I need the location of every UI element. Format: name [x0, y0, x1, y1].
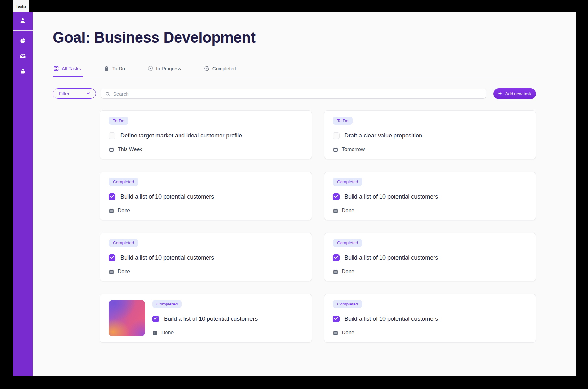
- tab-in-progress[interactable]: In Progress: [147, 64, 183, 77]
- task-checkbox[interactable]: [333, 132, 340, 139]
- task-due: Done: [342, 269, 354, 275]
- check-icon: [334, 316, 339, 322]
- task-card-body: CompletedBuild a list of 10 potential cu…: [109, 239, 303, 275]
- tab-completed[interactable]: Completed: [203, 64, 238, 77]
- calendar-icon: [152, 330, 158, 336]
- task-card[interactable]: CompletedBuild a list of 10 potential cu…: [100, 294, 312, 343]
- task-due-row: Tomorrow: [333, 147, 527, 152]
- filter-button[interactable]: Filter: [53, 88, 96, 99]
- task-due-row: Done: [333, 269, 527, 275]
- task-due: Done: [161, 330, 174, 336]
- task-due-row: Done: [333, 208, 527, 214]
- status-badge: To Do: [109, 117, 128, 125]
- chevron-down-icon: [86, 91, 91, 97]
- task-card[interactable]: To DoDefine target market and ideal cust…: [100, 110, 312, 159]
- search-box: [101, 89, 486, 99]
- task-title: Build a list of 10 potential customers: [164, 316, 258, 322]
- calendar-icon: [109, 147, 114, 152]
- task-checkbox[interactable]: [109, 132, 115, 139]
- tab-label: In Progress: [156, 66, 181, 71]
- task-due-row: Done: [333, 330, 527, 336]
- task-title-row: Build a list of 10 potential customers: [109, 254, 303, 261]
- page-title: Goal: Business Development: [53, 29, 256, 46]
- plus-icon: [498, 91, 502, 97]
- task-due: Tomorrow: [342, 147, 365, 152]
- filter-label: Filter: [59, 91, 69, 96]
- task-title: Build a list of 10 potential customers: [120, 193, 214, 200]
- calendar-icon: [333, 208, 338, 214]
- sidebar-item-pie-chart[interactable]: [19, 37, 27, 45]
- task-title: Build a list of 10 potential customers: [120, 254, 214, 261]
- toolbar: Filter Add new task: [53, 88, 536, 99]
- task-title-row: Build a list of 10 potential customers: [333, 316, 527, 322]
- sidebar: [13, 12, 33, 376]
- check-icon: [110, 255, 114, 261]
- task-title: Define target market and ideal customer …: [120, 132, 242, 139]
- task-checkbox[interactable]: [333, 316, 340, 322]
- tab-label: To Do: [112, 66, 125, 71]
- task-checkbox[interactable]: [109, 254, 115, 261]
- tab-all-tasks[interactable]: All Tasks: [53, 64, 83, 77]
- task-title-row: Build a list of 10 potential customers: [333, 254, 527, 261]
- task-checkbox[interactable]: [333, 193, 340, 200]
- task-title-row: Draft a clear value proposition: [333, 132, 527, 139]
- status-badge: Completed: [109, 178, 138, 186]
- sidebar-item-lock[interactable]: [19, 68, 27, 76]
- calendar-icon: [333, 330, 338, 336]
- task-due: Done: [342, 208, 354, 214]
- task-title: Build a list of 10 potential customers: [344, 193, 438, 200]
- browser-tab-label: Tasks: [16, 4, 26, 9]
- task-card[interactable]: To DoDraft a clear value propositionTomo…: [324, 110, 536, 159]
- add-new-task-button[interactable]: Add new task: [493, 88, 536, 99]
- main-content: Goal: Business Development All TasksTo D…: [33, 12, 576, 376]
- task-checkbox[interactable]: [152, 316, 159, 322]
- task-card[interactable]: CompletedBuild a list of 10 potential cu…: [100, 172, 312, 220]
- task-card-body: CompletedBuild a list of 10 potential cu…: [109, 178, 303, 214]
- pie-chart-icon: [20, 38, 26, 45]
- check-circle-icon: [204, 66, 209, 71]
- task-due-row: This Week: [109, 147, 303, 152]
- task-checkbox[interactable]: [333, 254, 340, 261]
- status-badge: Completed: [333, 178, 362, 186]
- tab-label: All Tasks: [62, 66, 81, 71]
- desktop-background: Tasks Goal: Business Development All Tas…: [0, 0, 588, 389]
- task-card-body: To DoDefine target market and ideal cust…: [109, 117, 303, 152]
- check-icon: [153, 316, 158, 322]
- sidebar-item-profile[interactable]: [13, 12, 33, 31]
- task-due-row: Done: [109, 208, 303, 214]
- task-due: Done: [118, 208, 130, 214]
- tab-bar: All TasksTo DoIn ProgressCompleted: [53, 64, 536, 77]
- check-icon: [334, 194, 339, 200]
- task-card[interactable]: CompletedBuild a list of 10 potential cu…: [324, 172, 536, 220]
- progress-icon: [148, 66, 153, 71]
- calendar-icon: [333, 269, 338, 275]
- sidebar-nav: [13, 31, 33, 76]
- add-new-task-label: Add new task: [505, 91, 531, 96]
- task-card-body: CompletedBuild a list of 10 potential cu…: [333, 300, 527, 336]
- task-card[interactable]: CompletedBuild a list of 10 potential cu…: [324, 233, 536, 281]
- calendar-icon: [109, 208, 114, 214]
- sidebar-item-inbox[interactable]: [19, 52, 27, 61]
- search-input[interactable]: [113, 91, 482, 97]
- status-badge: Completed: [333, 300, 362, 308]
- task-title: Build a list of 10 potential customers: [344, 254, 438, 261]
- task-title-row: Build a list of 10 potential customers: [152, 316, 303, 322]
- user-icon: [20, 17, 26, 25]
- status-badge: Completed: [152, 300, 182, 308]
- tab-to-do[interactable]: To Do: [103, 64, 127, 77]
- browser-tab-tasks[interactable]: Tasks: [13, 0, 29, 12]
- task-due-row: Done: [109, 269, 303, 275]
- task-thumbnail-image: [109, 300, 145, 336]
- task-checkbox[interactable]: [109, 193, 115, 200]
- task-title: Build a list of 10 potential customers: [344, 316, 438, 322]
- task-card[interactable]: CompletedBuild a list of 10 potential cu…: [324, 294, 536, 343]
- task-card[interactable]: CompletedBuild a list of 10 potential cu…: [100, 233, 312, 281]
- task-due: This Week: [118, 147, 142, 152]
- task-title-row: Define target market and ideal customer …: [109, 132, 303, 139]
- check-icon: [110, 194, 114, 200]
- status-badge: Completed: [109, 239, 138, 247]
- task-title-row: Build a list of 10 potential customers: [109, 193, 303, 200]
- task-card-body: CompletedBuild a list of 10 potential cu…: [152, 300, 303, 336]
- grid-icon: [53, 66, 59, 71]
- task-card-body: CompletedBuild a list of 10 potential cu…: [333, 178, 527, 214]
